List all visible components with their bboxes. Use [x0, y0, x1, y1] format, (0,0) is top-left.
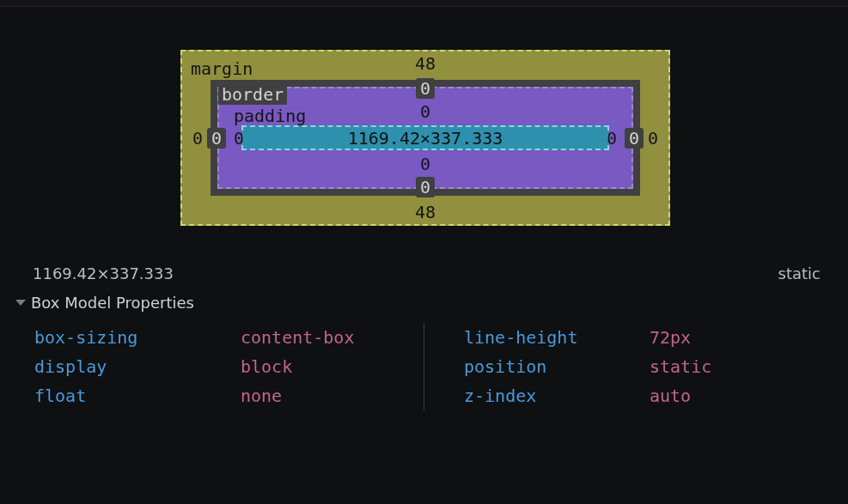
property-row: display block [34, 352, 424, 381]
property-value[interactable]: none [241, 386, 282, 406]
margin-left-value[interactable]: 0 [187, 128, 208, 149]
property-row: box-sizing content-box [34, 323, 424, 352]
property-name[interactable]: position [443, 356, 650, 377]
property-name[interactable]: float [34, 386, 241, 406]
padding-left-value[interactable]: 0 [229, 128, 249, 149]
properties-column-left: box-sizing content-box display block flo… [15, 323, 424, 410]
margin-top-value[interactable]: 48 [415, 53, 436, 74]
property-row: z-index auto [443, 381, 833, 410]
margin-label: margin [191, 58, 253, 79]
border-right-value[interactable]: 0 [625, 128, 644, 149]
property-row: position static [443, 352, 833, 381]
margin-bottom-value[interactable]: 48 [415, 202, 436, 222]
border-top-value[interactable]: 0 [416, 78, 435, 99]
property-name[interactable]: z-index [443, 386, 650, 406]
box-model-properties: box-sizing content-box display block flo… [15, 323, 833, 410]
property-value[interactable]: content-box [241, 327, 354, 348]
border-bottom-value[interactable]: 0 [416, 177, 435, 197]
section-title: Box Model Properties [31, 294, 194, 312]
border-left-value[interactable]: 0 [207, 128, 226, 149]
property-value[interactable]: static [650, 356, 711, 377]
property-name[interactable]: box-sizing [34, 327, 241, 348]
element-position-kind: static [778, 264, 821, 282]
properties-column-right: line-height 72px position static z-index… [424, 323, 833, 410]
property-value[interactable]: auto [650, 386, 691, 406]
padding-label: padding [234, 106, 306, 126]
content-dimensions: 1169.42×337.333 [348, 128, 503, 149]
box-model-diagram[interactable]: 1169.42×337.333 margin border padding 48… [180, 50, 670, 226]
border-label: border [218, 84, 287, 105]
property-name[interactable]: display [34, 356, 241, 377]
padding-bottom-value[interactable]: 0 [415, 154, 436, 174]
property-value[interactable]: 72px [650, 327, 691, 348]
element-dimensions: 1169.42×337.333 [33, 264, 174, 282]
padding-top-value[interactable]: 0 [415, 101, 436, 122]
chevron-down-icon [15, 300, 26, 306]
margin-right-value[interactable]: 0 [643, 128, 663, 149]
padding-right-value[interactable]: 0 [601, 128, 622, 149]
info-row: 1169.42×337.333 static [33, 264, 821, 282]
window-topbar [0, 0, 848, 7]
property-row: float none [34, 381, 424, 410]
box-model-section-header[interactable]: Box Model Properties [15, 294, 194, 312]
property-row: line-height 72px [443, 323, 833, 352]
property-name[interactable]: line-height [443, 327, 650, 348]
content-region[interactable]: 1169.42×337.333 [241, 125, 609, 150]
layout-panel: 1169.42×337.333 margin border padding 48… [0, 7, 848, 504]
property-value[interactable]: block [241, 356, 292, 377]
